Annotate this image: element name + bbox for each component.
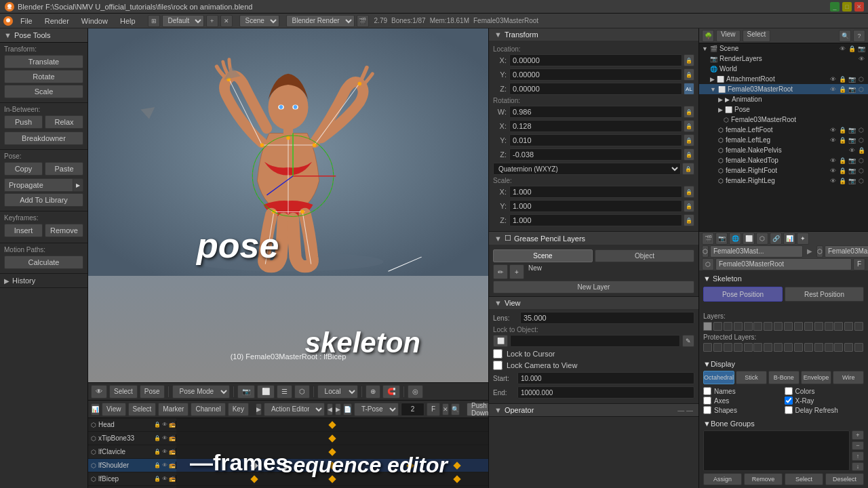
prot-layer-6[interactable] [753,343,762,352]
close-btn[interactable]: ✕ [854,2,864,12]
bone-group-add-btn[interactable]: + [852,430,864,440]
loc-x-lock-icon[interactable]: 🔒 [684,54,694,66]
bone-group-down-btn[interactable]: ↓ [852,462,864,472]
remove-btn[interactable]: Remove [45,224,83,237]
ol-rightfoot[interactable]: ⬡ female.RightFoot 👁 🔒 📷 ⬡ [699,165,868,176]
pose-select[interactable]: T-Pose [354,403,399,416]
loc-z-lock-icon[interactable]: AL [684,83,694,95]
scale-x-lock-icon[interactable]: 🔒 [684,186,694,198]
editor-type-select[interactable]: Action Editor [264,403,325,416]
prot-layer-15[interactable] [844,343,853,352]
disp-octahedral-btn[interactable]: Octahedral [703,371,734,384]
ol-renderlayers[interactable]: 📷 RenderLayers 👁 [699,54,868,64]
push-down-btn[interactable]: Push Down [467,403,488,416]
renderer-select[interactable]: Blender Render [286,15,355,27]
lens-input[interactable] [520,312,694,324]
ol-f03-bone[interactable]: ⬡ Female03MasterRoot [699,115,868,125]
filter-icon[interactable]: 🔍 [839,30,851,42]
quat-icon[interactable]: 🔒 [682,163,694,175]
lock-edit-btn[interactable]: ✎ [682,335,694,347]
layer-5[interactable] [744,322,753,331]
keyframe[interactable] [328,421,336,428]
disp-envelope-btn[interactable]: Envelope [801,371,832,384]
ol-female03[interactable]: ▼ ⬜ Female03MasterRoot 👁 🔒 📷 ⬡ [699,84,868,94]
deselect-btn[interactable]: Deselect [825,473,864,485]
paste-pose-btn[interactable]: Paste [45,162,83,176]
menu-help[interactable]: Help [115,16,141,26]
bone-groups-header[interactable]: ▼ Bone Groups [703,420,864,428]
rot-x-lock-icon[interactable]: 🔒 [684,120,694,132]
push-btn[interactable]: Push [4,115,43,129]
gp-object-tab[interactable]: Object [595,249,694,262]
data-name-input[interactable] [825,245,868,258]
menu-file[interactable]: File [15,16,38,26]
track-area-head[interactable] [176,418,488,431]
prot-layer-4[interactable] [734,343,743,352]
rot-y-lock-icon[interactable]: 🔒 [684,134,694,146]
mode-select[interactable]: Pose Mode [172,385,230,399]
layer-1[interactable] [703,322,712,331]
scale-x-input[interactable] [509,186,682,198]
add-screen-icon[interactable]: + [206,15,218,27]
view-ol-btn[interactable]: View [716,30,741,42]
layer-3[interactable] [724,322,732,331]
scale-z-lock-icon[interactable]: 🔒 [684,214,694,226]
xray-chk[interactable] [785,396,793,405]
minimize-btn[interactable]: _ [830,2,840,12]
data-icon[interactable]: 📊 [783,232,795,245]
track-head[interactable]: ⬡ Head 🔒 👁 📻 [88,418,488,432]
prev-action-icon[interactable]: ◀ [327,403,333,415]
local-select[interactable]: Local [317,385,358,399]
disp-bbone-btn[interactable]: B-Bone [768,371,800,384]
obj-type-icon[interactable]: 🎬 [702,232,714,245]
prot-layer-7[interactable] [764,343,772,352]
rest-position-btn[interactable]: Rest Position [785,287,864,302]
loc-y-input[interactable] [509,68,682,81]
window-controls[interactable]: _ □ ✕ [830,2,864,12]
keyframe[interactable] [328,434,336,442]
add-to-library-btn[interactable]: Add To Library [4,193,83,207]
insert-btn[interactable]: Insert [4,224,43,237]
layout-icon[interactable]: ⊞ [148,15,160,27]
propagate-arrow-btn[interactable]: ▶ [73,178,83,192]
ol-nakedtop[interactable]: ⬡ female.NakedTop 👁 🔒 📷 ⬡ [699,155,868,165]
prot-layer-11[interactable] [804,343,813,352]
lock-cursor-chk[interactable] [493,349,502,359]
rotate-btn[interactable]: Rotate [4,70,83,83]
layer-4[interactable] [734,322,743,331]
breakdowner-btn[interactable]: Breakdowner [4,131,83,145]
scene-icon[interactable]: 🌐 [729,232,741,245]
remove-screen-icon[interactable]: ✕ [220,15,233,27]
bone-groups-list[interactable] [703,430,850,471]
help-icon[interactable]: ? [853,30,865,42]
transform-props-header[interactable]: ▼ Transform [489,28,698,41]
action-editor-icon[interactable]: ▶ [256,403,262,415]
keyframe[interactable] [453,475,460,483]
render-icon[interactable]: 🎬 [357,15,369,27]
ol-leftfoot[interactable]: ⬡ female.LeftFoot 👁 🔒 📷 ⬡ [699,125,868,135]
viewport-icon-2[interactable]: ⬜ [257,385,275,399]
loc-x-input[interactable] [509,54,682,66]
bone-group-up-btn[interactable]: ↑ [852,451,864,461]
translate-btn[interactable]: Translate [4,55,83,68]
rot-z-input[interactable] [509,148,682,161]
scale-z-input[interactable] [509,214,682,226]
loc-z-input[interactable] [509,83,682,95]
pose-menu-btn[interactable]: Pose [140,385,165,399]
grease-pencil-checkbox[interactable]: ☐ [505,234,511,243]
names-chk[interactable] [703,387,711,395]
select-ol-btn[interactable]: Select [743,30,771,42]
unlink-icon[interactable]: ✕ [442,403,449,415]
scale-y-lock-icon[interactable]: 🔒 [684,200,694,212]
viewport-icon-1[interactable]: 📷 [237,385,255,399]
ol-attachroot[interactable]: ▶ ⬜ AttachmentRoot 👁 🔒 📷 ⬡ [699,74,868,84]
ol-rightleg[interactable]: ⬡ female.RightLeg 👁 🔒 📷 ⬡ [699,176,868,186]
view-btn[interactable]: View [102,403,126,416]
layer-8[interactable] [774,322,783,331]
keyframe[interactable] [250,475,258,483]
world-icon[interactable]: ⬜ [743,232,755,245]
menu-window[interactable]: Window [76,16,113,26]
keyframe[interactable] [453,462,460,469]
propagate-btn[interactable]: Propagate [4,178,73,192]
lock-camera-chk[interactable] [493,361,502,370]
